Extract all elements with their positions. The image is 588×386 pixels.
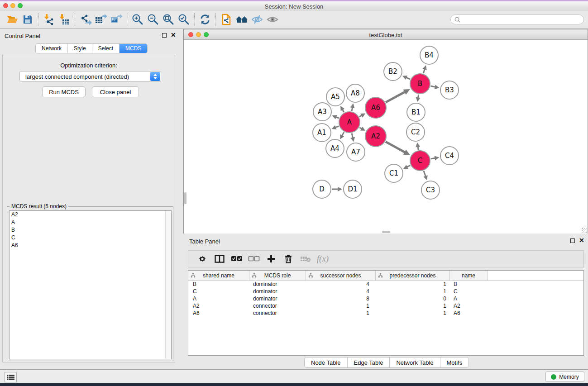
- mcds-result-item[interactable]: A6: [10, 242, 171, 249]
- table-row[interactable]: Bdominator41B: [188, 281, 583, 288]
- table-row[interactable]: Adominator80A: [188, 295, 583, 302]
- table-options-gear-icon[interactable]: [194, 252, 211, 266]
- table-cell[interactable]: 1: [376, 302, 450, 310]
- import-table-from-file-icon[interactable]: [57, 12, 72, 27]
- table-cell[interactable]: 1: [376, 281, 450, 288]
- table-cell[interactable]: 4: [306, 288, 376, 295]
- node-label-B: B: [418, 80, 422, 88]
- table-cell[interactable]: 0: [376, 295, 450, 302]
- network-window-title: testGlobe.txt: [184, 32, 588, 38]
- table-cell[interactable]: A2: [188, 302, 249, 310]
- mcds-result-list[interactable]: A2ABCA6: [9, 210, 172, 359]
- table-cell[interactable]: dominator: [249, 281, 306, 288]
- column-header[interactable]: name: [450, 271, 488, 280]
- search-field[interactable]: [450, 14, 584, 24]
- zoom-fit-content-icon[interactable]: [161, 12, 176, 27]
- table-cell[interactable]: 4: [306, 281, 376, 288]
- edge-arrowhead: [435, 156, 440, 161]
- table-cell[interactable]: A6: [450, 310, 488, 317]
- export-image-icon[interactable]: [109, 12, 124, 27]
- network-graph[interactable]: AA1A2A3A4A5A6A7A8BB1B2B3B4CC1C2C3C4DD1: [184, 40, 588, 234]
- close-panel-icon[interactable]: ✕: [579, 238, 584, 243]
- table-cell[interactable]: connector: [249, 302, 306, 310]
- edge-A2-C[interactable]: [386, 142, 407, 153]
- show-all-eye-icon[interactable]: [265, 12, 280, 27]
- optimization-criterion-select[interactable]: largest connected component (directed): [19, 71, 161, 82]
- table-cell[interactable]: A6: [188, 310, 249, 317]
- table-panel-tabs: Node Table Edge Table Network Table Moti…: [304, 357, 469, 368]
- table-cell[interactable]: B: [450, 281, 488, 288]
- export-network-icon[interactable]: [78, 12, 93, 27]
- new-network-from-selection-icon[interactable]: [219, 12, 234, 27]
- tab-style[interactable]: Style: [68, 44, 92, 53]
- horizontal-scrollbar-thumb[interactable]: [382, 231, 390, 233]
- table-row[interactable]: Cdominator41C: [188, 288, 583, 295]
- search-input[interactable]: [463, 16, 583, 23]
- table-body: Bdominator41BCdominator41CAdominator80AA…: [188, 281, 583, 317]
- network-window-titlebar[interactable]: testGlobe.txt: [184, 29, 588, 40]
- column-header[interactable]: MCDS role: [249, 271, 306, 280]
- close-panel-button[interactable]: Close panel: [92, 86, 139, 97]
- table-row[interactable]: A6connector11A6: [188, 310, 583, 317]
- tab-select[interactable]: Select: [92, 44, 120, 53]
- table-cell[interactable]: C: [450, 288, 488, 295]
- vertical-scrollbar-thumb[interactable]: [184, 192, 186, 204]
- tab-network[interactable]: Network: [36, 44, 68, 53]
- hide-selected-eye-icon[interactable]: [249, 12, 265, 27]
- table-cell[interactable]: connector: [249, 310, 306, 317]
- table-cell[interactable]: 1: [376, 288, 450, 295]
- zoom-selected-icon[interactable]: [176, 12, 191, 27]
- mcds-result-item[interactable]: C: [10, 234, 171, 242]
- mcds-result-item[interactable]: A2: [10, 211, 171, 219]
- column-header[interactable]: successor nodes: [306, 271, 376, 280]
- tab-node-table[interactable]: Node Table: [305, 357, 348, 367]
- import-network-from-file-icon[interactable]: [41, 12, 57, 27]
- unselect-all-columns-icon[interactable]: [245, 252, 263, 266]
- float-panel-icon[interactable]: [570, 238, 575, 243]
- table-cell[interactable]: 1: [306, 310, 376, 317]
- column-header[interactable]: shared name: [188, 271, 249, 280]
- panels-menu-button[interactable]: [5, 372, 17, 382]
- close-panel-icon[interactable]: ✕: [171, 33, 176, 37]
- column-header[interactable]: predecessor nodes: [376, 271, 450, 280]
- mcds-result-item[interactable]: B: [10, 226, 171, 234]
- zoom-in-icon[interactable]: [130, 12, 145, 27]
- select-all-columns-icon[interactable]: [228, 252, 245, 266]
- first-neighbors-icon[interactable]: [234, 12, 249, 27]
- table-cell[interactable]: B: [188, 281, 249, 288]
- table-cell[interactable]: A2: [450, 302, 488, 310]
- edge-A6-B[interactable]: [386, 91, 407, 103]
- node-label-A1: A1: [317, 129, 326, 137]
- apply-preferred-layout-icon[interactable]: [197, 12, 213, 27]
- tab-motifs[interactable]: Motifs: [440, 357, 469, 367]
- table-row[interactable]: A2connector11A2: [188, 302, 583, 310]
- mcds-result-item[interactable]: A: [10, 219, 171, 226]
- table-cell[interactable]: 8: [306, 295, 376, 302]
- memory-button[interactable]: Memory: [545, 372, 584, 382]
- node-label-D: D: [319, 185, 325, 193]
- tab-edge-table[interactable]: Edge Table: [348, 357, 390, 367]
- zoom-out-icon[interactable]: [145, 12, 161, 27]
- add-column-icon[interactable]: [263, 252, 280, 266]
- optimization-criterion-label: Optimization criterion:: [3, 62, 175, 69]
- network-canvas[interactable]: AA1A2A3A4A5A6A7A8BB1B2B3B4CC1C2C3C4DD1: [184, 40, 588, 234]
- table-cell[interactable]: A: [450, 295, 488, 302]
- table-cell[interactable]: dominator: [249, 288, 306, 295]
- float-panel-icon[interactable]: [162, 33, 167, 38]
- tab-network-table[interactable]: Network Table: [390, 357, 440, 367]
- table-cell[interactable]: A: [188, 295, 249, 302]
- delete-columns-trash-icon[interactable]: [280, 252, 297, 266]
- column-header-label: successor nodes: [306, 272, 375, 279]
- table-cell[interactable]: 1: [376, 310, 450, 317]
- table-cell[interactable]: C: [188, 288, 249, 295]
- window-resize-grip[interactable]: [582, 228, 587, 233]
- show-columns-icon[interactable]: [211, 252, 228, 266]
- open-session-icon[interactable]: [5, 12, 20, 27]
- run-mcds-button[interactable]: Run MCDS: [42, 86, 86, 97]
- tab-mcds[interactable]: MCDS: [120, 44, 147, 53]
- export-table-icon[interactable]: [93, 12, 109, 27]
- table-cell[interactable]: dominator: [249, 295, 306, 302]
- table-cell[interactable]: 1: [306, 302, 376, 310]
- list-scrollbar[interactable]: [165, 211, 171, 359]
- save-session-icon[interactable]: [20, 12, 35, 27]
